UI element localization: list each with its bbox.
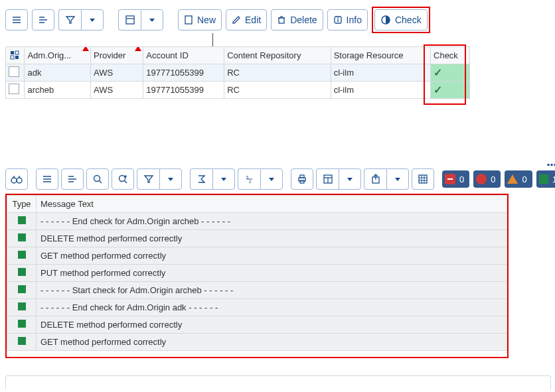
error-count: 0 [491, 174, 495, 184]
new-button[interactable]: New [178, 9, 222, 31]
sigma-dropdown-button[interactable] [212, 168, 235, 190]
ok-icon [18, 268, 26, 276]
svg-marker-45 [269, 178, 274, 181]
menu-lines-button[interactable] [5, 9, 28, 31]
col-content-repo[interactable]: Content Repository [224, 47, 331, 64]
message-text: PUT method performed correctly [37, 265, 507, 282]
fraction-button[interactable]: 52 [238, 168, 260, 190]
stop-count-badge[interactable]: 0 [442, 170, 469, 188]
filter-2-button[interactable] [137, 168, 159, 190]
select-all-header[interactable] [6, 47, 25, 64]
table-row[interactable]: adk AWS 197771055399 RC cl-ilm ✓ [6, 64, 470, 82]
edit-button[interactable]: Edit [226, 9, 267, 31]
svg-point-24 [17, 178, 22, 183]
svg-marker-7 [90, 19, 95, 22]
col-provider[interactable]: Provider [91, 47, 143, 64]
col-msg-text-label: Message Text [40, 199, 94, 209]
sigma-button[interactable] [190, 168, 212, 190]
message-row[interactable]: GET method performed correctly [7, 334, 507, 351]
message-row[interactable]: - - - - - - Start check for Adm.Origin a… [7, 282, 507, 299]
filter-button[interactable] [58, 9, 81, 31]
ok-count-badge[interactable]: 11 [536, 170, 555, 188]
fraction-dropdown-button[interactable] [260, 168, 283, 190]
stop-icon [445, 174, 455, 184]
col-storage-resource-label: Storage Resource [334, 50, 404, 60]
svg-marker-41 [221, 178, 226, 181]
search-plus-button[interactable] [112, 168, 134, 190]
ok-icon [18, 302, 26, 310]
message-text: DELETE method performed correctly [37, 316, 507, 334]
pencil-icon [232, 15, 241, 25]
cell-storage-resource: cl-ilm [331, 64, 430, 82]
edit-button-label: Edit [245, 15, 261, 25]
col-account-id-label: Account ID [146, 50, 189, 60]
svg-rect-8 [126, 16, 134, 24]
filter-dropdown-button[interactable] [81, 9, 104, 31]
cell-content-repo: RC [224, 82, 331, 99]
svg-rect-22 [15, 56, 19, 59]
col-msg-text[interactable]: Message Text [37, 196, 507, 213]
cell-content-repo: RC [224, 64, 331, 82]
info-button[interactable]: Info [327, 9, 368, 31]
menu-lines-2-alt-button[interactable] [61, 168, 84, 190]
col-storage-resource[interactable]: Storage Resource [331, 47, 430, 64]
message-text: - - - - - - End check for Adm.Origin adk… [37, 299, 507, 316]
export-button[interactable] [364, 168, 386, 190]
info-icon [333, 15, 343, 25]
svg-rect-19 [11, 51, 14, 54]
col-account-id[interactable]: Account ID [143, 47, 224, 64]
layout-2-dropdown-button[interactable] [339, 168, 361, 190]
grid-button[interactable] [412, 168, 434, 190]
filter-2-dropdown-button[interactable] [159, 168, 182, 190]
export-dropdown-button[interactable] [386, 168, 409, 190]
col-msg-type[interactable]: Type [7, 196, 37, 213]
message-row[interactable]: - - - - - - End check for Adm.Origin arc… [7, 213, 507, 230]
layout-button[interactable] [118, 9, 141, 31]
ok-icon [18, 320, 26, 328]
row-checkbox[interactable] [9, 66, 19, 77]
warn-icon [507, 174, 518, 184]
check-ok-icon: ✓ [434, 67, 442, 78]
svg-text:2: 2 [249, 180, 252, 184]
delete-button[interactable]: Delete [271, 9, 323, 31]
layout-2-button[interactable] [316, 168, 339, 190]
svg-marker-55 [395, 178, 400, 181]
col-adm-orig[interactable]: Adm.Orig... [25, 47, 91, 64]
error-count-badge[interactable]: 0 [473, 170, 501, 188]
warn-count: 0 [522, 174, 526, 184]
menu-lines-alt-button[interactable] [32, 9, 54, 31]
row-checkbox[interactable] [9, 84, 19, 94]
col-check[interactable]: Check [431, 47, 470, 64]
cell-provider: AWS [91, 64, 143, 82]
ok-icon [18, 251, 26, 259]
search-button[interactable] [86, 168, 109, 190]
ok-icon [18, 233, 26, 241]
menu-lines-2-button[interactable] [36, 168, 58, 190]
check-button-label: Check [395, 15, 422, 25]
svg-point-33 [94, 176, 100, 182]
svg-rect-20 [15, 51, 19, 54]
col-content-repo-label: Content Repository [227, 50, 301, 60]
delete-button-label: Delete [290, 15, 317, 25]
cell-account-id: 197771055399 [143, 82, 224, 99]
message-log-table: Type Message Text - - - - - - End check … [7, 195, 507, 351]
svg-marker-39 [145, 176, 153, 182]
table-row[interactable]: archeb AWS 197771055399 RC cl-ilm ✓ [6, 82, 470, 99]
binoculars-button[interactable] [5, 168, 28, 190]
check-button[interactable]: Check [374, 9, 428, 31]
print-button[interactable] [291, 168, 313, 190]
layout-dropdown-button[interactable] [141, 9, 163, 31]
warn-count-badge[interactable]: 0 [505, 170, 532, 188]
message-row[interactable]: PUT method performed correctly [7, 265, 507, 282]
message-row[interactable]: DELETE method performed correctly [7, 316, 507, 334]
sort-indicator-icon [82, 47, 89, 52]
message-row[interactable]: GET method performed correctly [7, 247, 507, 265]
message-row[interactable]: - - - - - - End check for Adm.Origin adk… [7, 299, 507, 316]
message-text: GET method performed correctly [37, 334, 507, 351]
svg-rect-56 [419, 175, 427, 183]
col-adm-orig-label: Adm.Orig... [27, 50, 71, 60]
col-msg-type-label: Type [12, 199, 31, 209]
message-row[interactable]: DELETE method performed correctly [7, 230, 507, 247]
svg-text:5: 5 [246, 175, 249, 179]
svg-rect-11 [185, 16, 192, 24]
